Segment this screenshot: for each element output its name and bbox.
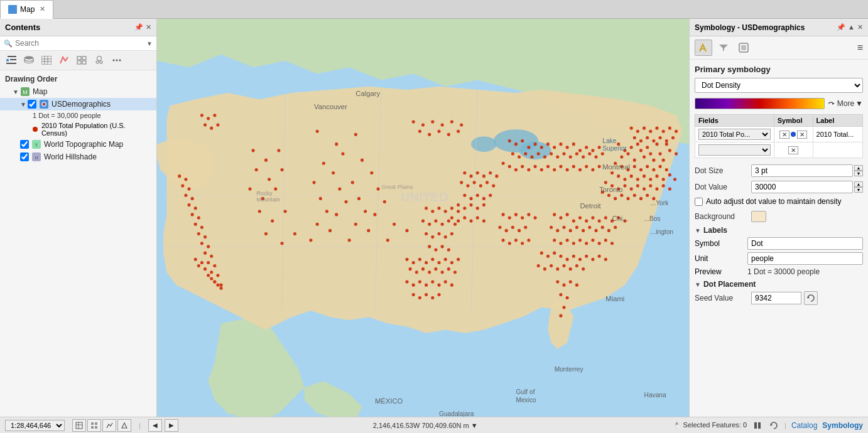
svg-point-202	[405, 258, 408, 261]
grid-btn-3[interactable]	[102, 419, 116, 432]
brush-button[interactable]	[92, 53, 107, 67]
usdem-expand-icon[interactable]: ▼	[20, 101, 28, 108]
line-view-button[interactable]	[57, 53, 72, 67]
svg-point-342	[482, 220, 486, 223]
search-dropdown-icon[interactable]: ▼	[146, 40, 153, 47]
field-dot-symbol	[33, 127, 38, 132]
svg-point-291	[354, 223, 357, 226]
svg-point-125	[601, 152, 604, 155]
tab-close-button[interactable]: ✕	[40, 5, 45, 13]
table-view-button[interactable]	[39, 53, 54, 67]
tree-item-world-topo[interactable]: T World Topographic Map	[0, 138, 156, 151]
sym-close-icon[interactable]: ✕	[857, 23, 863, 31]
close-panel-icon[interactable]: ✕	[146, 23, 151, 31]
sym-expand-icon[interactable]: ▲	[848, 23, 855, 31]
svg-point-392	[428, 223, 431, 226]
sym-menu-button[interactable]: ≡	[857, 42, 863, 53]
search-input[interactable]	[15, 39, 146, 48]
map-area[interactable]: Calgary Vancouver Lake Superior Montreal…	[157, 19, 689, 417]
dot-size-input[interactable]	[751, 164, 853, 177]
svg-point-302	[277, 149, 280, 152]
dot-size-down[interactable]: ▼	[854, 171, 863, 176]
svg-point-208	[444, 258, 447, 261]
refresh-map-button[interactable]	[768, 420, 779, 431]
svg-point-245	[203, 235, 207, 238]
more-button[interactable]: More ▼	[837, 99, 863, 108]
svg-point-275	[341, 152, 344, 155]
dot-value-up[interactable]: ▲	[854, 181, 863, 187]
svg-point-124	[594, 156, 597, 159]
field-select[interactable]: 2010 Total Po...	[698, 129, 771, 140]
topo-checkbox[interactable]	[20, 140, 29, 149]
hillshade-icon: H	[31, 152, 41, 162]
catalog-tab[interactable]: Catalog	[791, 421, 817, 430]
more-button[interactable]	[109, 53, 124, 67]
scale-select[interactable]: 1:28,464,646	[5, 420, 65, 431]
dot-size-up[interactable]: ▲	[854, 165, 863, 171]
sym-masking-button[interactable]	[735, 40, 752, 56]
svg-point-154	[550, 226, 553, 229]
svg-point-282	[338, 188, 341, 191]
svg-point-221	[418, 280, 421, 283]
tree-item-usdemographics[interactable]: ▼ USDemographics	[0, 98, 156, 110]
unit-field-input[interactable]	[747, 252, 863, 265]
pin-icon[interactable]: 📌	[134, 23, 143, 31]
svg-point-231	[437, 293, 440, 296]
symbology-type-dropdown[interactable]: Dot Density	[695, 78, 863, 93]
list-view-button[interactable]	[4, 53, 19, 67]
tree-item-map[interactable]: ▼ M Map	[0, 85, 156, 98]
refresh-button[interactable]	[804, 291, 818, 305]
feature-icon	[39, 99, 49, 109]
dot-size-label: Dot Size	[695, 166, 751, 175]
svg-point-391	[421, 220, 425, 223]
arrow-left[interactable]: ◀	[148, 419, 162, 432]
sym-filter-button[interactable]	[715, 40, 732, 56]
svg-point-188	[550, 264, 553, 267]
svg-point-186	[537, 264, 540, 267]
dot-value-input[interactable]	[751, 181, 853, 193]
tree-item-world-hillshade[interactable]: H World Hillshade	[0, 151, 156, 163]
fields-header: Fields	[695, 115, 774, 127]
symbology-content: Primary symbology Dot Density More ▼	[690, 60, 868, 417]
sym-paint-button[interactable]	[695, 40, 712, 56]
seed-value-input[interactable]	[751, 292, 801, 304]
svg-point-185	[604, 258, 607, 261]
arrow-right[interactable]: ▶	[165, 419, 178, 432]
db-view-button[interactable]	[21, 53, 36, 67]
svg-point-199	[566, 296, 569, 299]
symbology-tab[interactable]: Symbology	[822, 421, 863, 430]
svg-point-402	[428, 245, 431, 248]
dot-size-spinner[interactable]: ▲ ▼	[854, 165, 863, 176]
svg-point-109	[591, 149, 594, 152]
field-x-button[interactable]: ✕	[779, 131, 789, 139]
tab-map[interactable]: Map ✕	[0, 0, 53, 19]
background-color-swatch[interactable]	[751, 211, 766, 222]
topo-label: World Topographic Map	[44, 140, 123, 149]
reverse-button[interactable]	[827, 100, 835, 107]
field-select-empty[interactable]	[698, 144, 771, 156]
svg-point-130	[527, 168, 530, 171]
pause-button[interactable]	[752, 420, 763, 431]
dot-placement-section-header[interactable]: ▼ Dot Placement	[695, 280, 863, 289]
grid-btn-1[interactable]	[72, 419, 86, 432]
auto-adjust-checkbox[interactable]	[695, 198, 703, 206]
symbol-field-input[interactable]	[747, 237, 863, 250]
grid-btn-4[interactable]	[117, 419, 131, 432]
svg-point-169	[578, 238, 582, 242]
grid-view-button[interactable]	[74, 53, 89, 67]
svg-text:Chi...: Chi...	[612, 215, 629, 222]
sym-pin-icon[interactable]: 📌	[837, 23, 845, 31]
grid-btn-2[interactable]	[87, 419, 101, 432]
labels-section-header[interactable]: ▼ Labels	[695, 226, 863, 235]
svg-point-327	[463, 194, 466, 197]
field-x2-button[interactable]: ✕	[797, 131, 807, 139]
hillshade-checkbox[interactable]	[20, 152, 29, 161]
dot-value-spinner[interactable]: ▲ ▼	[854, 181, 863, 193]
dot-value-down[interactable]: ▼	[854, 187, 863, 193]
color-ramp[interactable]	[695, 98, 825, 109]
svg-text:UNITED: UNITED	[401, 190, 448, 204]
usdem-checkbox[interactable]	[28, 100, 36, 109]
svg-rect-443	[754, 422, 757, 429]
field-x3-button[interactable]: ✕	[788, 146, 798, 154]
map-expand-icon[interactable]: ▼	[13, 88, 20, 95]
